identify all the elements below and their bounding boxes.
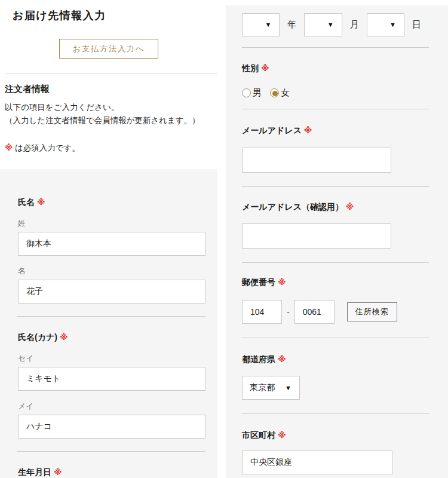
city-heading: 市区町村 ※	[242, 430, 429, 441]
column-gutter	[217, 0, 226, 478]
postal-row: - 住所検索	[242, 300, 429, 324]
name-heading: 氏名 ※	[18, 197, 205, 208]
orderer-form-right-panel: ▼ 年 ▼ 月 ▼ 日 性別 ※ 男	[226, 5, 448, 478]
birth-month-select[interactable]: ▼	[304, 13, 342, 36]
required-note-text: は必須入力です。	[15, 143, 80, 152]
gender-required-mark: ※	[261, 63, 269, 73]
radio-checked-icon	[270, 88, 279, 97]
prefecture-required-mark: ※	[278, 354, 286, 364]
right-column: ▼ 年 ▼ 月 ▼ 日 性別 ※ 男	[226, 0, 448, 478]
checkout-delivery-page: お届け先情報入力 お支払方法入力へ 注文者情報 以下の項目をご入力ください。（入…	[0, 0, 448, 478]
postal-section-divider	[242, 338, 429, 338]
birthdate-section-divider	[242, 47, 429, 48]
gender-female-radio[interactable]: 女	[270, 87, 290, 99]
email-confirm-input[interactable]	[242, 223, 391, 249]
email-confirm-section-divider	[242, 262, 429, 263]
postal-code-part2-input[interactable]	[294, 300, 335, 324]
to-payment-button[interactable]: お支払方法入力へ	[59, 39, 158, 59]
prefecture-select[interactable]: 東京都 ▼	[242, 376, 300, 400]
orderer-info-heading: 注文者情報	[5, 84, 217, 95]
name-section-divider	[17, 316, 205, 317]
page-title: お届け先情報入力	[13, 8, 217, 23]
birthdate-heading: 生年月日 ※	[18, 467, 205, 478]
city-heading-text: 市区町村	[242, 430, 275, 440]
name-heading-text: 氏名	[18, 197, 35, 207]
gender-section-divider	[242, 109, 429, 109]
last-kana-input[interactable]	[18, 367, 205, 391]
last-kana-label: セイ	[18, 353, 205, 364]
email-section-divider	[242, 186, 429, 187]
required-mark: ※	[5, 143, 13, 152]
prefecture-selected-value: 東京都	[250, 382, 285, 393]
kana-heading: 氏名(カナ) ※	[18, 332, 205, 343]
radio-unchecked-icon	[242, 88, 251, 97]
chevron-down-icon: ▼	[265, 22, 271, 28]
gender-radio-group: 男 女	[242, 87, 429, 99]
chevron-down-icon: ▼	[285, 385, 291, 391]
postal-heading: 郵便番号 ※	[242, 277, 429, 288]
email-heading-text: メールアドレス	[242, 125, 302, 135]
header-divider	[6, 73, 217, 74]
first-kana-label: メイ	[18, 401, 205, 412]
gender-heading-text: 性別	[242, 63, 259, 73]
email-heading: メールアドレス ※	[242, 125, 429, 136]
birthdate-select-row: ▼ 年 ▼ 月 ▼ 日	[242, 13, 429, 36]
kana-heading-text: 氏名(カナ)	[18, 332, 57, 342]
birth-year-select[interactable]: ▼	[242, 13, 280, 36]
chevron-down-icon: ▼	[389, 22, 396, 28]
name-required-mark: ※	[37, 197, 45, 207]
birthdate-required-mark: ※	[54, 467, 62, 477]
kana-required-mark: ※	[60, 332, 68, 342]
email-required-mark: ※	[304, 125, 312, 135]
email-confirm-heading: メールアドレス（確認用） ※	[242, 202, 429, 213]
gender-heading: 性別 ※	[242, 63, 429, 74]
prefecture-heading: 都道府県 ※	[242, 354, 429, 365]
birth-day-select[interactable]: ▼	[367, 13, 404, 36]
birthdate-heading-text: 生年月日	[18, 467, 51, 477]
gender-male-radio[interactable]: 男	[242, 87, 262, 99]
postal-required-mark: ※	[278, 277, 286, 287]
postal-code-part1-input[interactable]	[242, 300, 282, 324]
email-confirm-heading-text: メールアドレス（確認用）	[242, 202, 343, 212]
year-suffix-label: 年	[287, 19, 296, 30]
left-column: お届け先情報入力 お支払方法入力へ 注文者情報 以下の項目をご入力ください。（入…	[0, 0, 217, 478]
prefecture-section-divider	[242, 413, 429, 414]
prefecture-heading-text: 都道府県	[242, 354, 275, 364]
last-name-label: 姓	[18, 218, 205, 229]
address-search-button[interactable]: 住所検索	[347, 302, 397, 321]
first-kana-input[interactable]	[18, 415, 205, 439]
gender-female-label: 女	[281, 87, 290, 99]
first-name-label: 名	[18, 266, 205, 277]
postal-separator: -	[287, 307, 290, 317]
orderer-instruction: 以下の項目をご入力ください。（入力した注文者情報で会員情報が更新されます。）	[5, 101, 217, 127]
required-note: ※ は必須入力です。	[5, 143, 217, 154]
instruction-line-1: 以下の項目をご入力ください。	[5, 103, 119, 112]
day-suffix-label: 日	[412, 19, 421, 30]
email-confirm-required-mark: ※	[346, 202, 354, 212]
chevron-down-icon: ▼	[327, 22, 334, 28]
gender-male-label: 男	[253, 87, 262, 99]
first-name-input[interactable]	[18, 280, 205, 304]
email-input[interactable]	[242, 148, 391, 173]
last-name-input[interactable]	[18, 232, 205, 256]
city-input[interactable]	[242, 451, 392, 474]
postal-heading-text: 郵便番号	[242, 277, 275, 287]
kana-section-divider	[17, 451, 205, 452]
orderer-form-left-panel: 氏名 ※ 姓 名 氏名(カナ) ※ セイ メイ 生年月日 ※	[0, 169, 217, 478]
month-suffix-label: 月	[350, 19, 359, 30]
city-required-mark: ※	[278, 430, 286, 440]
instruction-line-2: （入力した注文者情報で会員情報が更新されます。）	[5, 116, 200, 125]
